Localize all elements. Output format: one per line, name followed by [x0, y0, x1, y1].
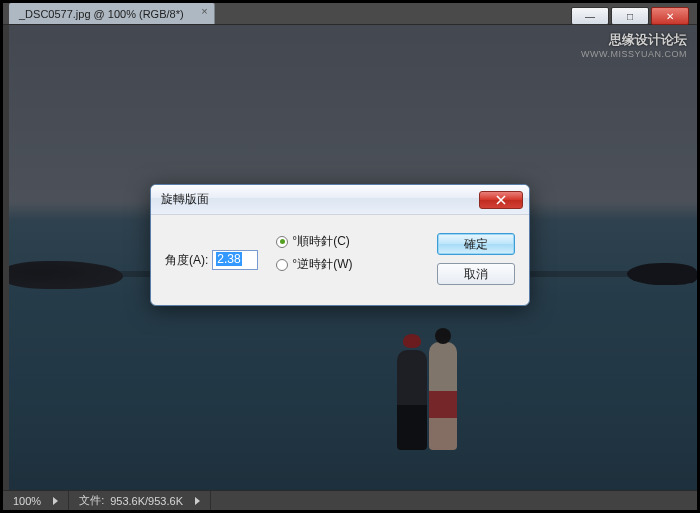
ok-button[interactable]: 確定	[437, 233, 515, 255]
close-tab-icon[interactable]: ×	[201, 5, 207, 17]
document-tab-title: _DSC0577.jpg @ 100% (RGB/8*)	[19, 8, 184, 20]
angle-input[interactable]: 2.38	[212, 250, 258, 270]
radio-clockwise[interactable]: °順時針(C)	[276, 233, 352, 250]
status-filesize: 文件: 953.6K/953.6K	[69, 491, 211, 510]
window-minimize-button[interactable]: —	[571, 7, 609, 25]
ruler-vertical	[3, 25, 9, 490]
chevron-right-icon[interactable]	[195, 497, 200, 505]
radio-counterclockwise[interactable]: °逆時針(W)	[276, 256, 352, 273]
watermark-text: 思缘设计论坛	[609, 31, 687, 49]
status-zoom[interactable]: 100%	[3, 491, 69, 510]
canvas-area[interactable]: 思缘设计论坛 WWW.MISSYUAN.COM 旋轉版面 角度(A): 2.38…	[3, 25, 697, 490]
angle-label: 角度(A):	[165, 252, 208, 269]
status-bar: 100% 文件: 953.6K/953.6K	[3, 490, 697, 510]
dialog-close-button[interactable]	[479, 191, 523, 209]
dialog-title: 旋轉版面	[161, 191, 479, 208]
radio-counterclockwise-label: °逆時針(W)	[292, 256, 352, 273]
document-tab[interactable]: _DSC0577.jpg @ 100% (RGB/8*) ×	[9, 3, 215, 24]
radio-icon	[276, 236, 288, 248]
radio-clockwise-label: °順時針(C)	[292, 233, 349, 250]
window-close-button[interactable]: ✕	[651, 7, 689, 25]
dialog-titlebar[interactable]: 旋轉版面	[151, 185, 529, 215]
chevron-right-icon	[53, 497, 58, 505]
watermark-url: WWW.MISSYUAN.COM	[581, 49, 687, 59]
radio-icon	[276, 259, 288, 271]
angle-value: 2.38	[216, 252, 241, 266]
close-icon	[496, 195, 506, 205]
window-maximize-button[interactable]: □	[611, 7, 649, 25]
rotate-canvas-dialog: 旋轉版面 角度(A): 2.38 °順時針(C) °逆	[150, 184, 530, 306]
cancel-button[interactable]: 取消	[437, 263, 515, 285]
